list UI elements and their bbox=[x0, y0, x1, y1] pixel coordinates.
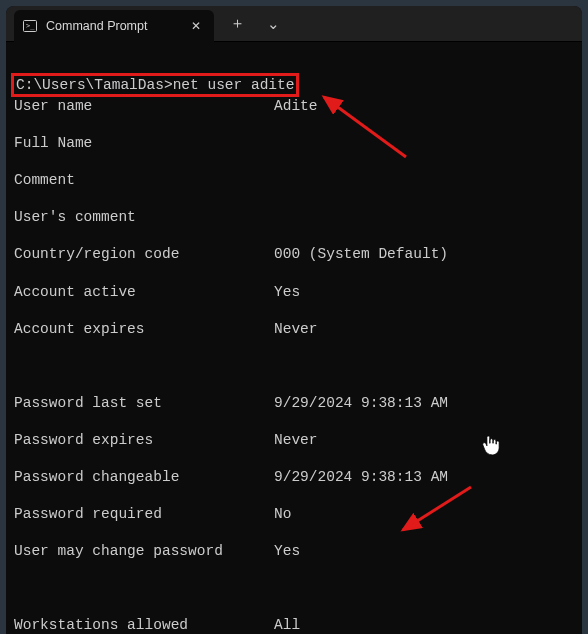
label-pw-last: Password last set bbox=[14, 394, 274, 413]
label-pw-exp: Password expires bbox=[14, 431, 274, 450]
value-expires: Never bbox=[274, 320, 318, 339]
value-country: 000 (System Default) bbox=[274, 245, 448, 264]
label-full-name: Full Name bbox=[14, 134, 274, 153]
label-pw-chg: Password changeable bbox=[14, 468, 274, 487]
command-highlight-box: C:\Users\TamalDas>net user adite bbox=[11, 73, 299, 98]
tab-close-button[interactable]: ✕ bbox=[188, 18, 204, 34]
tab-command-prompt[interactable]: >_ Command Prompt ✕ bbox=[14, 10, 214, 42]
terminal-output[interactable]: C:\Users\TamalDas>net user adite User na… bbox=[6, 42, 582, 634]
new-tab-button[interactable]: ＋ bbox=[220, 9, 254, 39]
svg-text:>_: >_ bbox=[26, 22, 35, 30]
value-pw-exp: Never bbox=[274, 431, 318, 450]
label-expires: Account expires bbox=[14, 320, 274, 339]
value-pw-last: 9/29/2024 9:38:13 AM bbox=[274, 394, 448, 413]
value-user-name: Adite bbox=[274, 97, 318, 116]
value-pw-req: No bbox=[274, 505, 291, 524]
label-country: Country/region code bbox=[14, 245, 274, 264]
value-workstations: All bbox=[274, 616, 300, 634]
value-pw-may: Yes bbox=[274, 542, 300, 561]
label-pw-may: User may change password bbox=[14, 542, 274, 561]
value-pw-chg: 9/29/2024 9:38:13 AM bbox=[274, 468, 448, 487]
tab-title: Command Prompt bbox=[46, 19, 180, 33]
label-pw-req: Password required bbox=[14, 505, 274, 524]
tab-dropdown-button[interactable]: ⌄ bbox=[256, 9, 290, 39]
prompt-path: C:\Users\TamalDas> bbox=[16, 77, 173, 93]
terminal-window: >_ Command Prompt ✕ ＋ ⌄ C:\Users\TamalDa… bbox=[6, 6, 582, 634]
command-text: net user adite bbox=[173, 77, 295, 93]
terminal-icon: >_ bbox=[22, 18, 38, 34]
value-active: Yes bbox=[274, 283, 300, 302]
label-comment: Comment bbox=[14, 171, 274, 190]
label-user-name: User name bbox=[14, 97, 274, 116]
titlebar: >_ Command Prompt ✕ ＋ ⌄ bbox=[6, 6, 582, 42]
label-workstations: Workstations allowed bbox=[14, 616, 274, 634]
tab-actions: ＋ ⌄ bbox=[220, 9, 290, 39]
label-active: Account active bbox=[14, 283, 274, 302]
label-users-comment: User's comment bbox=[14, 208, 274, 227]
